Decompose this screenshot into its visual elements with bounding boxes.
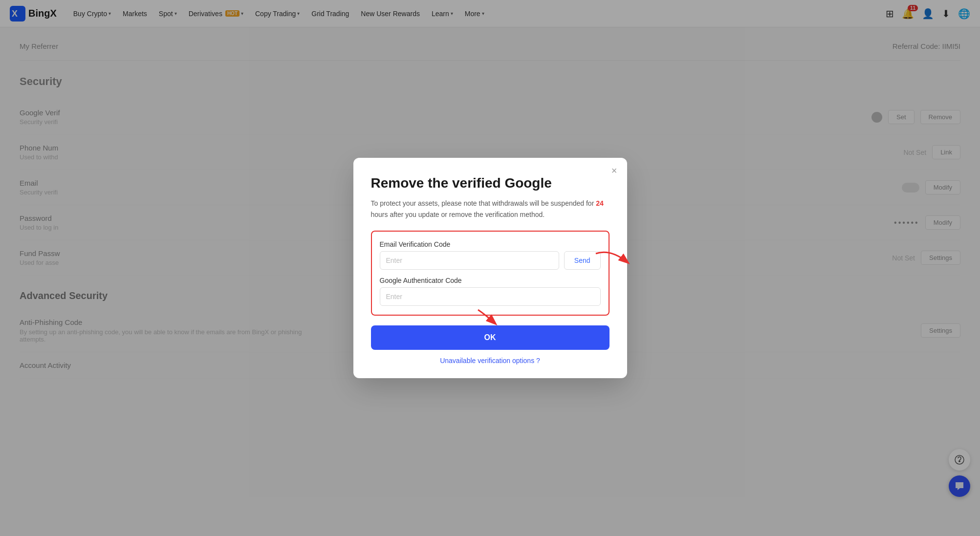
modal-overlay: × Remove the verified Google To protect … — [0, 0, 980, 27]
